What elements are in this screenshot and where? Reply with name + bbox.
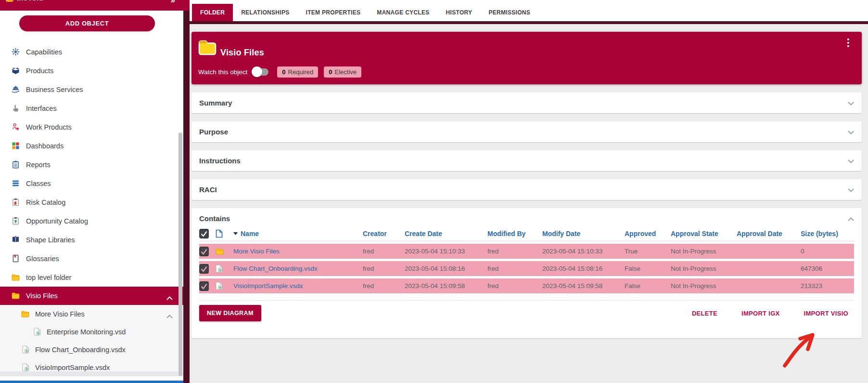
shape-libraries-icon <box>12 236 20 244</box>
column-header-name[interactable]: Name <box>233 230 363 238</box>
sidebar-collapse-icon[interactable]: » <box>171 0 175 5</box>
tab-history[interactable]: HISTORY <box>438 4 481 21</box>
column-header-modify-date[interactable]: Modify Date <box>542 230 625 238</box>
tab-folder[interactable]: FOLDER <box>192 4 233 21</box>
interfaces-icon <box>12 104 20 112</box>
section-summary[interactable]: Summary <box>191 92 862 113</box>
import-visio-button[interactable]: IMPORT VISIO <box>804 310 848 317</box>
sidebar-item-label: Visio Files <box>26 292 58 300</box>
table-row[interactable]: Flow Chart_Onboarding.vsdx fred 2023-05-… <box>199 261 854 276</box>
column-header-approved[interactable]: Approved <box>625 230 671 238</box>
table-row[interactable]: More Visio Files fred 2023-05-04 15:10:3… <box>199 244 854 259</box>
kebab-menu-icon[interactable] <box>847 39 849 49</box>
capabilities-icon <box>12 48 20 56</box>
sidebar-item-shape-libraries[interactable]: Shape Libraries <box>0 230 183 249</box>
tab-relationships[interactable]: RELATIONSHIPS <box>233 4 297 21</box>
cell-size: 0 <box>801 248 854 255</box>
sidebar: ADD OBJECT Capabilities Products Busines… <box>0 0 183 383</box>
sidebar-item-glossaries[interactable]: Glossaries <box>0 249 183 268</box>
sidebar-item-work-products[interactable]: Work Products <box>0 118 183 136</box>
column-header-modified-by[interactable]: Modified By <box>487 230 542 238</box>
contains-header[interactable]: Contains <box>191 208 862 223</box>
app-logo[interactable]: theVold <box>6 0 43 2</box>
sidebar-horizontal-scrollbar[interactable] <box>0 381 183 383</box>
chevron-up-icon[interactable] <box>166 294 173 302</box>
watch-this-object-label: Watch this object <box>198 68 247 76</box>
sidebar-scrollbar[interactable] <box>179 132 182 376</box>
select-all-checkbox[interactable] <box>199 229 216 238</box>
contains-actions-row: NEW DIAGRAM DELETE IMPORT IGX IMPORT VIS… <box>199 300 854 321</box>
main-panel: FOLDER RELATIONSHIPS ITEM PROPERTIES MAN… <box>190 0 868 383</box>
sidebar-item-label: Reports <box>26 161 51 169</box>
chevron-down-icon <box>848 157 854 165</box>
sidebar-nav: Capabilities Products Business Services … <box>0 42 183 376</box>
cell-modified-by: fred <box>487 265 542 272</box>
tab-permissions[interactable]: PERMISSIONS <box>480 4 538 21</box>
sidebar-item-flow-chart-onboarding[interactable]: Flow Chart_Onboarding.vsdx <box>0 341 183 358</box>
visio-file-icon <box>21 363 29 371</box>
action-links: DELETE IMPORT IGX IMPORT VISIO <box>692 310 848 317</box>
import-igx-button[interactable]: IMPORT IGX <box>741 310 780 317</box>
add-object-button[interactable]: ADD OBJECT <box>19 15 155 31</box>
sidebar-item-business-services[interactable]: Business Services <box>0 80 183 99</box>
sidebar-item-label: Products <box>26 67 53 75</box>
new-diagram-button[interactable]: NEW DIAGRAM <box>199 305 261 321</box>
sidebar-item-label: Interfaces <box>26 105 57 112</box>
item-name-link[interactable]: VisioImportSample.vsdx <box>233 282 303 290</box>
classes-icon <box>12 179 20 187</box>
column-header-size[interactable]: Size (bytes) <box>801 230 854 238</box>
sidebar-item-label: Classes <box>26 180 51 187</box>
sidebar-item-label: Business Services <box>26 86 83 93</box>
row-checkbox[interactable] <box>199 281 216 291</box>
section-raci[interactable]: RACI <box>191 179 862 200</box>
watch-toggle-knob <box>252 66 262 77</box>
app-logo-text: theVold <box>16 0 43 2</box>
required-count: 0 <box>282 68 285 76</box>
watch-toggle[interactable] <box>253 68 268 76</box>
table-row[interactable]: VisioImportSample.vsdx fred 2023-05-04 1… <box>199 278 854 293</box>
sidebar-item-classes[interactable]: Classes <box>0 174 183 193</box>
sidebar-item-label: Shape Libraries <box>26 236 75 244</box>
folder-icon <box>21 310 29 318</box>
sidebar-item-visio-files-selected[interactable]: Visio Files <box>0 287 183 305</box>
sidebar-item-risk-catalog[interactable]: Risk Catalog <box>0 193 183 211</box>
column-header-creator[interactable]: Creator <box>363 230 405 238</box>
folder-icon <box>12 273 20 281</box>
tab-item-properties[interactable]: ITEM PROPERTIES <box>298 4 369 21</box>
sidebar-item-top-level-folder[interactable]: top level folder <box>0 268 183 287</box>
sidebar-item-enterprise-monitoring[interactable]: Enterprise Monitoring.vsd <box>0 323 183 341</box>
document-type-column-icon[interactable] <box>216 229 233 238</box>
cell-approval-state: Not In-Progress <box>671 265 737 272</box>
sidebar-item-label: top level folder <box>26 274 71 281</box>
item-name-link[interactable]: More Visio Files <box>233 248 280 255</box>
row-checkbox[interactable] <box>199 247 216 256</box>
item-name-link[interactable]: Flow Chart_Onboarding.vsdx <box>233 265 318 272</box>
sidebar-item-opportunity-catalog[interactable]: Opportunity Catalog <box>0 211 183 230</box>
column-header-create-date[interactable]: Create Date <box>405 230 487 238</box>
chevron-up-icon[interactable] <box>166 312 173 320</box>
chevron-down-icon <box>848 128 854 136</box>
sidebar-item-reports[interactable]: Reports <box>0 155 183 174</box>
cell-modify-date: 2023-05-04 15:09:58 <box>542 282 625 290</box>
folder-icon <box>12 292 20 300</box>
section-purpose[interactable]: Purpose <box>191 121 862 142</box>
page-title: Visio Files <box>220 48 264 58</box>
business-services-icon <box>12 85 20 93</box>
tab-manage-cycles[interactable]: MANAGE CYCLES <box>369 4 437 21</box>
column-header-approval-state[interactable]: Approval State <box>671 230 737 238</box>
sidebar-item-capabilities[interactable]: Capabilities <box>0 42 183 61</box>
delete-button[interactable]: DELETE <box>692 310 717 317</box>
sidebar-item-products[interactable]: Products <box>0 61 183 80</box>
column-header-approval-date[interactable]: Approval Date <box>737 230 801 238</box>
cell-creator: fred <box>363 265 405 272</box>
row-checkbox[interactable] <box>199 264 216 274</box>
sidebar-item-more-visio-files[interactable]: More Visio Files <box>0 305 183 323</box>
sort-descending-icon <box>233 232 238 235</box>
cell-modified-by: fred <box>487 282 542 290</box>
visio-file-icon <box>21 345 29 354</box>
work-products-icon <box>12 123 20 131</box>
sidebar-item-dashboards[interactable]: Dashboards <box>0 136 183 155</box>
sidebar-item-label: Glossaries <box>26 255 59 263</box>
sidebar-item-interfaces[interactable]: Interfaces <box>0 99 183 118</box>
section-instructions[interactable]: Instructions <box>191 150 862 171</box>
